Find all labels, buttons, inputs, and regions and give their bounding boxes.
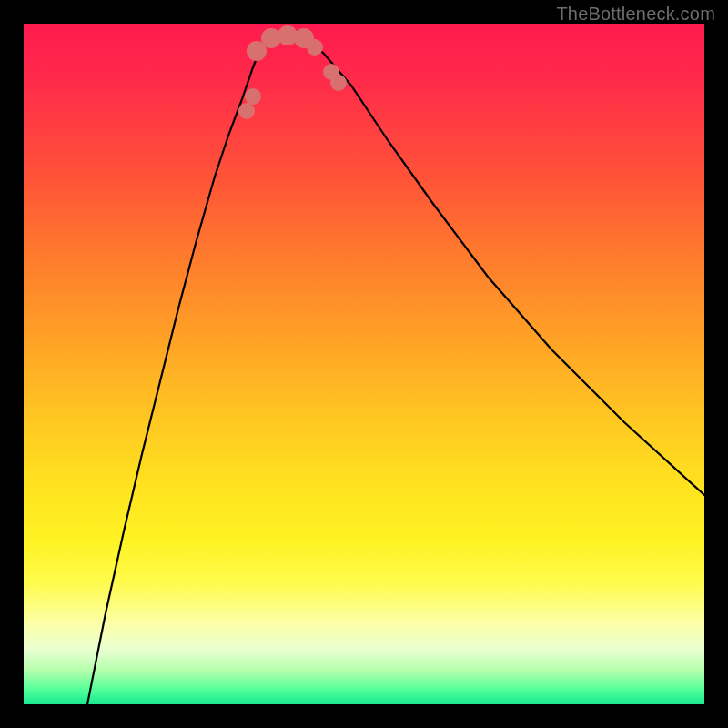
- chart-svg: [24, 24, 704, 704]
- watermark-text: TheBottleneck.com: [556, 4, 715, 25]
- marker-dot: [238, 103, 255, 119]
- optimal-range-markers: [238, 25, 347, 119]
- chart-frame: TheBottleneck.com: [0, 0, 728, 728]
- marker-dot: [245, 88, 261, 105]
- marker-dot: [330, 75, 347, 91]
- bottleneck-curve: [87, 34, 704, 704]
- marker-dot: [307, 39, 323, 56]
- plot-area: [24, 24, 704, 704]
